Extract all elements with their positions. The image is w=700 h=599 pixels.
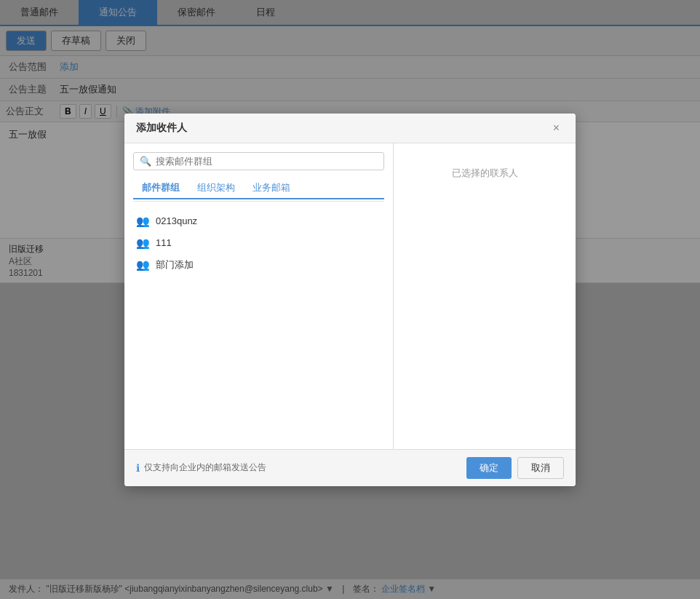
info-icon: ℹ <box>136 462 140 474</box>
modal-tab-business[interactable]: 业务邮箱 <box>244 178 299 198</box>
modal-tab-bar: 邮件群组 组织架构 业务邮箱 <box>133 178 384 199</box>
contact-group-icon-1: 👥 <box>136 237 150 250</box>
selected-contacts-label: 已选择的联系人 <box>402 167 567 180</box>
modal-footer: ℹ 仅支持向企业内的邮箱发送公告 确定 取消 <box>124 449 576 486</box>
search-box: 🔍 <box>133 152 384 170</box>
search-input[interactable] <box>156 156 378 167</box>
contact-name-1: 111 <box>156 237 172 248</box>
modal-tab-mail-group[interactable]: 邮件群组 <box>133 178 188 199</box>
contact-name-0: 0213qunz <box>156 215 197 226</box>
contact-name-2: 部门添加 <box>156 258 194 271</box>
contact-item-111[interactable]: 👥 111 <box>133 232 384 254</box>
modal-left-panel: 🔍 邮件群组 组织架构 业务邮箱 👥 0213qunz <box>124 143 394 449</box>
modal-hint: ℹ 仅支持向企业内的邮箱发送公告 <box>136 461 266 474</box>
contact-group-icon-0: 👥 <box>136 215 150 228</box>
modal-tab-org[interactable]: 组织架构 <box>188 178 244 198</box>
contact-list: 👥 0213qunz 👥 111 👥 部门添加 <box>133 206 384 440</box>
contact-item-0213qunz[interactable]: 👥 0213qunz <box>133 210 384 232</box>
modal-body: 🔍 邮件群组 组织架构 业务邮箱 👥 0213qunz <box>124 143 576 449</box>
modal-title: 添加收件人 <box>136 122 187 135</box>
modal-header: 添加收件人 × <box>124 114 576 143</box>
add-recipient-modal: 添加收件人 × 🔍 邮件群组 组织架构 业务邮箱 <box>124 114 576 486</box>
cancel-button[interactable]: 取消 <box>517 457 564 479</box>
modal-overlay: 添加收件人 × 🔍 邮件群组 组织架构 业务邮箱 <box>0 0 700 599</box>
tab-divider <box>133 201 384 202</box>
modal-hint-text: 仅支持向企业内的邮箱发送公告 <box>144 461 266 474</box>
confirm-button[interactable]: 确定 <box>466 457 512 479</box>
contact-item-dept-add[interactable]: 👥 部门添加 <box>133 254 384 276</box>
contact-group-icon-2: 👥 <box>136 258 150 271</box>
modal-right-panel: 已选择的联系人 <box>394 143 576 449</box>
modal-close-button[interactable]: × <box>549 121 564 135</box>
search-icon: 🔍 <box>140 156 151 167</box>
modal-actions: 确定 取消 <box>466 457 564 479</box>
